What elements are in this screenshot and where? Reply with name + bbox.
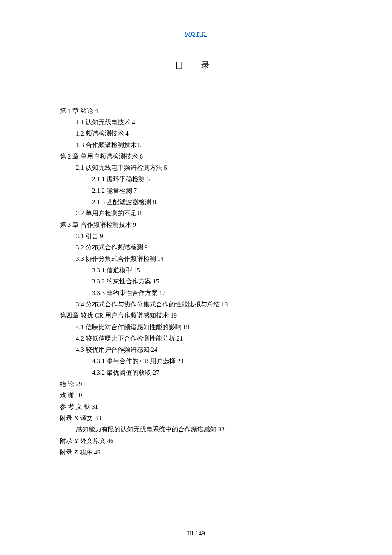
toc-entry: 第 2 章 单用户频谱检测技术 6 bbox=[60, 151, 332, 162]
toc-entry: 第 3 章 合作频谱检测技术 9 bbox=[60, 219, 332, 231]
toc-entry: 3.3.2 约束性合作方案 15 bbox=[92, 276, 332, 287]
word-link[interactable]: word bbox=[185, 30, 207, 38]
toc-entry: 附录 Z 程序 46 bbox=[60, 447, 332, 458]
toc-entry: 4.2 较低信噪比下合作检测性能分析 21 bbox=[76, 333, 332, 344]
toc-entry: 2.1.1 循环平稳检测 6 bbox=[92, 173, 332, 185]
toc-entry: 2.1 认知无线电中频谱检测方法 6 bbox=[76, 162, 332, 173]
page-footer: III / 49 bbox=[0, 530, 392, 537]
toc-entry: 附录 Y 外文原文 46 bbox=[60, 435, 332, 447]
table-of-contents: 第 1 章 绪论 41.1 认知无线电技术 41.2 频谱检测技术 41.3 合… bbox=[60, 105, 332, 458]
toc-entry: 第 1 章 绪论 4 bbox=[60, 105, 332, 117]
toc-entry: 3.2 分布式合作频谱检测 9 bbox=[76, 242, 332, 253]
toc-entry: 感知能力有限的认知无线电系统中的合作频谱感知 33 bbox=[76, 424, 332, 435]
toc-entry: 3.3.1 信道模型 15 bbox=[92, 265, 332, 276]
document-page: word 目 录 第 1 章 绪论 41.1 认知无线电技术 41.2 频谱检测… bbox=[0, 0, 392, 458]
toc-entry: 4.3.2 最优阈值的获取 27 bbox=[92, 367, 332, 379]
toc-entry: 4.3 较优用户合作频谱感知 24 bbox=[76, 344, 332, 356]
toc-entry: 参 考 文 献 31 bbox=[60, 401, 332, 413]
toc-entry: 3.4 分布式合作与协作分集式合作的性能比拟与总结 18 bbox=[76, 299, 332, 310]
toc-entry: 致 谢 30 bbox=[60, 390, 332, 401]
toc-entry: 1.3 合作频谱检测技术 5 bbox=[76, 139, 332, 151]
toc-entry: 3.3 协作分集式合作频谱检测 14 bbox=[76, 253, 332, 265]
toc-entry: 3.3.3 非约束性合作方案 17 bbox=[92, 287, 332, 299]
toc-entry: 2.1.3 匹配滤波器检测 8 bbox=[92, 197, 332, 208]
header-container: word bbox=[60, 30, 332, 38]
toc-entry: 2.2 单用户检测的不足 8 bbox=[76, 208, 332, 219]
page-title: 目 录 bbox=[60, 60, 332, 71]
toc-entry: 第四章 较优 CR 用户合作频谱感知技术 19 bbox=[60, 310, 332, 321]
toc-entry: 附录 X 译文 33 bbox=[60, 413, 332, 424]
toc-entry: 4.1 信噪比对合作频谱感知性能的影响 19 bbox=[76, 321, 332, 333]
toc-entry: 结 论 29 bbox=[60, 379, 332, 390]
toc-entry: 3.1 引言 9 bbox=[76, 231, 332, 242]
toc-entry: 1.1 认知无线电技术 4 bbox=[76, 117, 332, 128]
toc-entry: 2.1.2 能量检测 7 bbox=[92, 185, 332, 197]
toc-entry: 1.2 频谱检测技术 4 bbox=[76, 128, 332, 139]
toc-entry: 4.3.1 参与合作的 CR 用户选择 24 bbox=[92, 356, 332, 367]
